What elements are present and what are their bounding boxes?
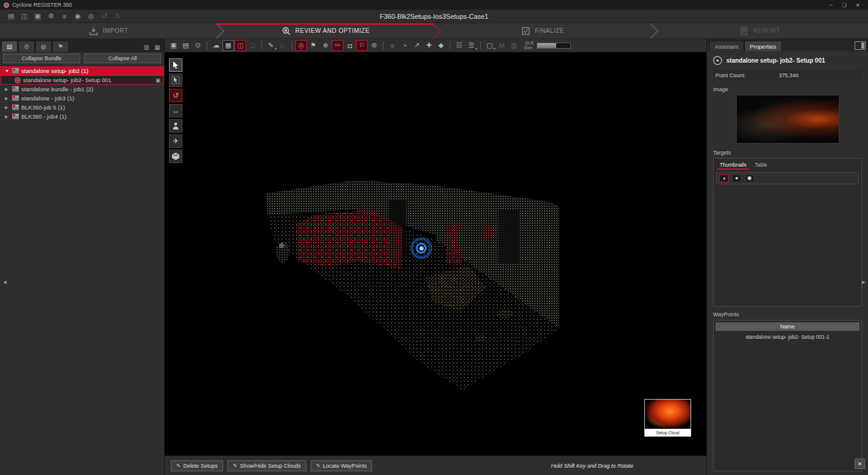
split-view-icon[interactable]: ◻	[247, 40, 258, 51]
tree-item-bundle[interactable]: ▶ standalone bundle - job1 (2)	[0, 85, 164, 94]
tab-bookmarks[interactable]: ⚑	[52, 41, 69, 52]
right-panel-tabs: Assistant Properties	[707, 39, 868, 51]
point-count-row: Point Count: 375,340	[713, 70, 862, 80]
show-hide-setup-clouds-button[interactable]: ✎ Show/Hide Setup Clouds	[227, 460, 306, 471]
workflow-step-finalize[interactable]: FINALIZE	[434, 23, 651, 38]
workflow-step-report[interactable]: REPORT	[651, 23, 868, 38]
pan-tool[interactable]: ↔	[169, 104, 182, 117]
measure-tool-icon[interactable]: ✎▾	[265, 40, 277, 51]
info-icon[interactable]: ◉	[72, 11, 84, 21]
tree-item-label: BLK360 - job4 (1)	[21, 113, 66, 120]
layers-icon[interactable]: ▤	[180, 40, 191, 51]
add-label-icon[interactable]: ⚑	[308, 40, 319, 51]
workflow-step-review-and-optimize[interactable]: REVIEW AND OPTIMIZE	[217, 23, 434, 38]
targets-tab-table[interactable]: Table	[751, 161, 771, 170]
help-icon[interactable]: ◎	[85, 11, 97, 21]
menubar: ▤ ◫ ▣ ⚙ ≡ ◉ ◎ ↺ ↻ F360-Blk2Setups-Ios3Se…	[0, 10, 868, 23]
cloud-view-icon[interactable]: ☁	[210, 40, 222, 51]
export-view-icon[interactable]: ▥	[508, 40, 520, 51]
left-panel-tabs: ▤ ⊘ ◍ ⚑ ▥ ▦	[0, 39, 164, 52]
viewport-tool-strip: ↺ ↔ ✈	[169, 58, 182, 163]
tab-sitemap[interactable]: ◍	[35, 41, 52, 52]
panel-close-button[interactable]: ✕	[855, 459, 865, 469]
close-button[interactable]: ✕	[851, 1, 864, 9]
link-setups-icon[interactable]: ☷	[453, 40, 465, 51]
setup-cloud-thumbnail[interactable]: Setup Cloud	[644, 399, 691, 437]
minimize-button[interactable]: ─	[824, 1, 838, 9]
redo-icon[interactable]: ↻	[112, 11, 124, 21]
add-cloud-tag-icon[interactable]: ⊕	[320, 40, 331, 51]
image-view-icon[interactable]: ▦	[222, 40, 234, 51]
caret-collapsed-icon[interactable]: ▶	[5, 96, 10, 101]
add-target-icon[interactable]: ◎	[295, 40, 307, 51]
tree-item-bundle-selected[interactable]: ▼ standalone setup- job2 (1)	[0, 66, 164, 75]
map-mode-icon[interactable]: M	[496, 40, 508, 51]
locate-waypoints-button[interactable]: ✎ Locate WayPoints	[311, 460, 373, 471]
target-thumbnail[interactable]	[719, 175, 729, 182]
multi-select-tool[interactable]	[169, 74, 182, 87]
collapse-bundle-button[interactable]: Collapse Bundle	[3, 54, 80, 63]
waypoints-box: Name standalone setup- job2- Setup 001-1	[713, 320, 862, 471]
select-cursor-tool[interactable]	[169, 58, 182, 72]
maximize-button[interactable]: ❑	[838, 1, 851, 9]
adjust-tool-icon[interactable]: ✚	[423, 40, 435, 51]
list-options-icon[interactable]: ☰▾	[466, 40, 477, 51]
cube-view-tool[interactable]	[169, 150, 182, 163]
app-logo-icon	[4, 2, 9, 8]
annotate-pencil-icon[interactable]: ✏	[332, 40, 343, 51]
expand-view-icon[interactable]: ↗	[411, 40, 422, 51]
person-view-tool[interactable]	[169, 119, 182, 133]
find-icon[interactable]: ⊙	[192, 40, 204, 51]
caret-collapsed-icon[interactable]: ▶	[5, 114, 10, 119]
setup-station-icon	[713, 56, 722, 65]
copy-view-icon[interactable]: ▣	[168, 40, 179, 51]
waypoints-name-header[interactable]: Name	[715, 322, 859, 331]
target-thumbnail[interactable]	[732, 175, 742, 182]
orientation-icon[interactable]: ◔	[399, 40, 410, 51]
panel-layout-icon[interactable]	[855, 41, 866, 50]
tab-project-tree[interactable]: ▤	[1, 41, 18, 52]
caret-collapsed-icon[interactable]: ▶	[5, 87, 10, 92]
seat-view-icon[interactable]: ◆	[435, 40, 447, 51]
list-view-icon[interactable]: ≡	[58, 11, 71, 21]
add-waypoint-icon[interactable]: ⚐	[356, 40, 368, 51]
workflow-step-import[interactable]: IMPORT	[0, 23, 217, 38]
setup-position-marker[interactable]	[410, 237, 432, 259]
tree-item-bundle[interactable]: ▶ standalone - job3 (1)	[0, 94, 164, 103]
tab-assistant[interactable]: Assistant	[709, 41, 744, 51]
settings-gear-icon[interactable]: ⚙	[45, 11, 57, 21]
project-tree-panel: ▤ ⊘ ◍ ⚑ ▥ ▦ Collapse Bundle Collapse All…	[0, 39, 165, 475]
orbit-tool[interactable]: ↺	[169, 89, 182, 102]
tab-properties[interactable]: Properties	[745, 41, 782, 51]
fly-tool[interactable]: ✈	[169, 134, 182, 148]
qlb-size-slider[interactable]	[537, 43, 571, 49]
right-panel-collapse-arrow[interactable]: ►	[861, 279, 867, 285]
collapse-all-button[interactable]: Collapse All	[84, 54, 161, 63]
pano-view-icon[interactable]: ◫	[235, 40, 246, 51]
targets-tab-thumbnails[interactable]: Thumbnails	[716, 161, 750, 170]
tree-item-bundle[interactable]: ▶ BLK360 - job4 (1)	[0, 112, 164, 121]
undo-icon[interactable]: ↺	[98, 11, 111, 21]
display-settings-icon[interactable]: ▢▾	[484, 40, 495, 51]
save-project-icon[interactable]: ◫	[18, 11, 30, 21]
target-thumbnail[interactable]	[745, 175, 754, 182]
globe-view-icon[interactable]: ○	[387, 40, 398, 51]
tree-options-icon[interactable]: ▦	[152, 42, 163, 52]
left-panel-collapse-arrow[interactable]: ◄	[2, 279, 8, 285]
expand-tree-icon[interactable]: ▥	[141, 42, 152, 52]
open-project-icon[interactable]: ▤	[5, 11, 17, 21]
delete-setups-button[interactable]: ✎ Delete Setups	[171, 460, 223, 471]
caret-expanded-icon[interactable]: ▼	[5, 69, 10, 73]
point-cloud-render	[165, 52, 706, 456]
camera-snapshot-icon[interactable]: ◘	[344, 40, 356, 51]
point-cloud-viewport[interactable]: ↺ ↔ ✈ Setup Cloud	[165, 52, 706, 456]
import-data-icon[interactable]: ▣	[32, 11, 44, 21]
waypoint-row[interactable]: standalone setup- job2- Setup 001-1	[714, 333, 861, 341]
tree-item-setup-selected[interactable]: standalone setup- job2- Setup 001 ▣	[1, 75, 164, 85]
setup-preview-image[interactable]	[736, 95, 839, 144]
pick-tool-icon[interactable]: ▷	[277, 40, 289, 51]
tree-item-bundle[interactable]: ▶ BLK360-job 5 (1)	[0, 103, 164, 112]
add-person-icon[interactable]: ⊚	[368, 40, 380, 51]
tab-links[interactable]: ⊘	[18, 41, 35, 52]
caret-collapsed-icon[interactable]: ▶	[5, 105, 10, 110]
